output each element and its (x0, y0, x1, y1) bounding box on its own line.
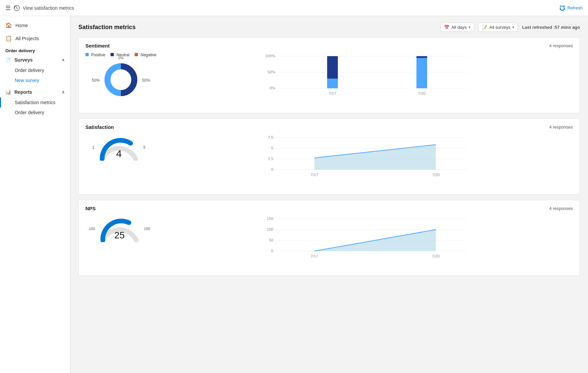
donut-svg-container: 0% (102, 61, 139, 99)
satisfaction-responses: 4 responses (549, 125, 573, 130)
sentiment-responses: 4 responses (549, 43, 573, 48)
satisfaction-gauge-container: 1 4 5 (85, 134, 152, 161)
nps-gauge-svg-container: 25 (98, 215, 141, 242)
sidebar-group-reports: 📊 Reports ∧ Satisfaction metrics Order d… (0, 87, 70, 118)
nps-gauge-min: -100 (88, 227, 95, 231)
svg-rect-14 (417, 58, 427, 88)
sentiment-title: Sentiment (85, 43, 110, 49)
positive-dot (85, 53, 89, 56)
sentiment-donut-container: Positive Neutral Negative 50% (85, 53, 156, 99)
refresh-button[interactable]: Refresh (560, 5, 583, 11)
page-filters: 📅 All days ▾ 📝 All surveys ▾ Last refres… (440, 23, 580, 32)
surveys-chevron-icon: ▾ (512, 25, 514, 29)
satisfaction-area-chart: 7.5 5 2.5 0 7/17 7/20 (163, 134, 573, 189)
survey-filter-icon: 📝 (482, 25, 487, 30)
sidebar-item-new-survey[interactable]: New survey (0, 75, 70, 85)
sidebar-projects-label: All Projects (15, 36, 39, 41)
svg-text:0: 0 (271, 167, 274, 171)
svg-rect-13 (417, 56, 427, 58)
sidebar-item-order-delivery-survey[interactable]: Order delivery (0, 65, 70, 75)
layout: 🏠 Home 📋 All Projects Order delivery 📄 S… (0, 16, 588, 373)
sidebar-group-surveys: 📄 Surveys ∧ Order delivery New survey (0, 55, 70, 85)
svg-point-4 (111, 70, 131, 90)
reports-chevron-icon: ∧ (62, 90, 65, 94)
top-bar: ☰ View satisfaction metrics Refresh (0, 0, 588, 16)
svg-text:5: 5 (271, 146, 274, 150)
sentiment-card-body: Positive Neutral Negative 50% (85, 53, 573, 107)
svg-text:0: 0 (271, 248, 274, 253)
legend-negative: Negative (135, 53, 156, 57)
days-chevron-icon: ▾ (468, 25, 470, 29)
donut-left-label: 50% (92, 78, 100, 83)
nps-card-header: NPS 4 responses (85, 206, 573, 211)
satisfaction-card-body: 1 4 5 (85, 134, 573, 189)
nps-responses: 4 responses (549, 206, 573, 211)
surveys-filter-button[interactable]: 📝 All surveys ▾ (478, 23, 518, 32)
nps-gauge-max: 100 (144, 227, 150, 231)
nps-area-chart: 150 100 50 0 7/17 7/20 (163, 215, 573, 270)
nps-gauge-wrapper: -100 25 100 (88, 215, 150, 242)
svg-text:100%: 100% (265, 54, 275, 58)
last-refreshed-label: Last refreshed :57 mins ago (522, 25, 580, 30)
donut-wrapper: 50% 0% (92, 61, 150, 99)
reports-group-label: Reports (14, 89, 32, 95)
reports-icon: 📊 (5, 89, 11, 95)
sidebar-item-order-delivery-report[interactable]: Order delivery (0, 107, 70, 118)
sidebar-item-home[interactable]: 🏠 Home (0, 19, 70, 32)
top-bar-title: View satisfaction metrics (23, 5, 74, 11)
projects-icon: 📋 (5, 35, 12, 42)
svg-marker-25 (314, 145, 436, 170)
negative-dot (135, 53, 138, 56)
svg-text:7/17: 7/17 (311, 172, 318, 177)
svg-text:7/17: 7/17 (329, 91, 337, 95)
donut-right-label: 50% (142, 78, 150, 83)
home-icon: 🏠 (5, 22, 12, 28)
gauge-wrapper: 1 4 5 (92, 134, 145, 161)
svg-text:7/20: 7/20 (432, 172, 440, 177)
satisfaction-gauge-min: 1 (92, 145, 94, 150)
surveys-filter-label: All surveys (489, 25, 510, 30)
hamburger-icon[interactable]: ☰ (5, 4, 11, 12)
sidebar-item-all-projects[interactable]: 📋 All Projects (0, 32, 70, 45)
calendar-icon: 📅 (444, 25, 449, 30)
main-content: Satisfaction metrics 📅 All days ▾ 📝 All … (70, 16, 588, 373)
sidebar-home-label: Home (15, 23, 28, 28)
svg-text:150: 150 (267, 216, 274, 221)
satisfaction-card-header: Satisfaction 4 responses (85, 124, 573, 130)
svg-text:100: 100 (267, 227, 274, 231)
nps-card: NPS 4 responses -100 (78, 200, 580, 276)
nps-card-body: -100 25 100 (85, 215, 573, 270)
sidebar-reports-header[interactable]: 📊 Reports ∧ (0, 87, 70, 97)
days-filter-label: All days (451, 25, 467, 30)
surveys-icon: 📄 (5, 57, 11, 63)
svg-rect-12 (327, 79, 338, 88)
svg-text:50%: 50% (268, 70, 275, 74)
top-bar-left: ☰ View satisfaction metrics (5, 4, 74, 12)
history-icon (13, 5, 20, 11)
nps-gauge-value: 25 (114, 230, 125, 241)
svg-text:7/17: 7/17 (311, 254, 318, 258)
satisfaction-area-svg: 7.5 5 2.5 0 7/17 7/20 (163, 134, 573, 188)
refresh-label: Refresh (567, 5, 583, 10)
legend-positive: Positive (85, 53, 105, 57)
svg-text:2.5: 2.5 (268, 156, 274, 161)
satisfaction-gauge-max: 5 (143, 145, 146, 150)
sidebar-surveys-header[interactable]: 📄 Surveys ∧ (0, 55, 70, 65)
sidebar: 🏠 Home 📋 All Projects Order delivery 📄 S… (0, 16, 70, 373)
surveys-group-label: Surveys (14, 57, 32, 63)
svg-text:7.5: 7.5 (268, 135, 274, 139)
svg-text:0%: 0% (270, 86, 275, 90)
sidebar-item-satisfaction-metrics[interactable]: Satisfaction metrics (0, 97, 70, 107)
svg-rect-11 (327, 56, 338, 79)
svg-text:7/20: 7/20 (432, 254, 440, 258)
neutral-dot (111, 53, 114, 56)
donut-top-label: 0% (118, 56, 124, 60)
page-title: Satisfaction metrics (78, 24, 136, 31)
days-filter-button[interactable]: 📅 All days ▾ (440, 23, 474, 32)
gauge-svg-container: 4 (97, 134, 141, 161)
sentiment-bar-svg: 100% 50% 0% 7/17 7/20 (167, 53, 573, 106)
refresh-icon (560, 5, 565, 11)
satisfaction-title: Satisfaction (85, 124, 114, 130)
sidebar-section-header: Order delivery (0, 45, 70, 55)
nps-area-svg: 150 100 50 0 7/17 7/20 (163, 215, 573, 269)
